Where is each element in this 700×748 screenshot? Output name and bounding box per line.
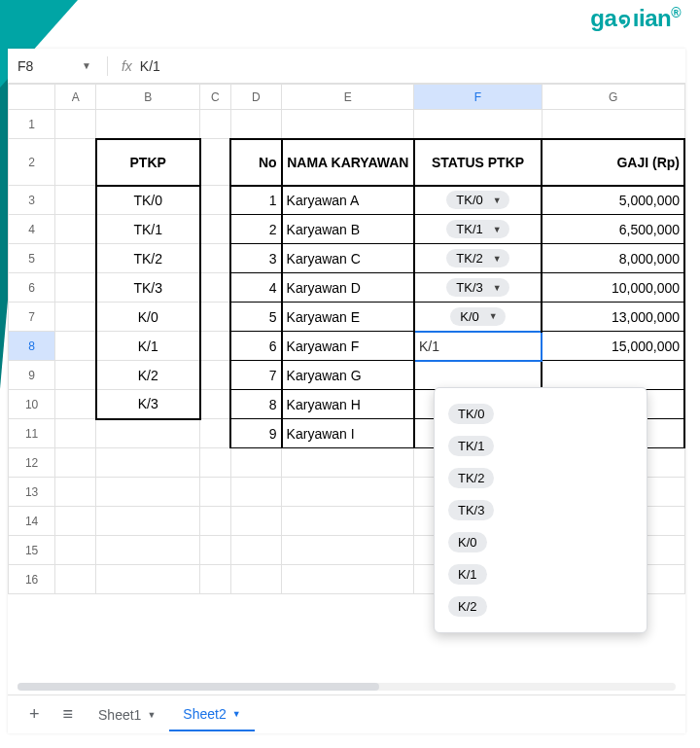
add-sheet-button[interactable]: + xyxy=(18,698,52,730)
cell-D12[interactable] xyxy=(230,448,281,478)
cell-D14[interactable] xyxy=(230,507,281,536)
cell-E1[interactable] xyxy=(282,110,414,139)
cell-E4[interactable]: Karyawan B xyxy=(282,215,414,244)
cell-B9[interactable]: K/2 xyxy=(96,361,200,390)
row-header-7[interactable]: 7 xyxy=(9,303,55,332)
cell-B12[interactable] xyxy=(96,448,200,478)
dropdown-option[interactable]: K/2 xyxy=(435,590,647,623)
cell-A11[interactable] xyxy=(55,419,96,448)
cell-G9[interactable] xyxy=(542,361,684,390)
cell-F5[interactable]: TK/2▼ xyxy=(414,244,542,273)
cell-B7[interactable]: K/0 xyxy=(96,303,200,332)
cell-E16[interactable] xyxy=(282,565,414,594)
column-header-corner[interactable] xyxy=(9,85,55,110)
cell-E12[interactable] xyxy=(282,448,414,478)
cell-A3[interactable] xyxy=(55,186,96,215)
cell-F9[interactable] xyxy=(414,361,542,390)
cell-C15[interactable] xyxy=(200,536,230,565)
row-header-10[interactable]: 10 xyxy=(9,390,55,419)
cell-D8[interactable]: 6 xyxy=(230,332,281,361)
cell-C2[interactable] xyxy=(200,139,230,186)
column-header-G[interactable]: G xyxy=(542,85,684,110)
sheet-tab-Sheet1[interactable]: Sheet1▼ xyxy=(85,698,169,731)
cell-B1[interactable] xyxy=(96,110,200,139)
cell-C11[interactable] xyxy=(200,419,230,448)
cell-A5[interactable] xyxy=(55,244,96,273)
cell-A4[interactable] xyxy=(55,215,96,244)
row-header-3[interactable]: 3 xyxy=(9,186,55,215)
cell-G2[interactable]: GAJI (Rp) xyxy=(542,139,684,186)
row-header-16[interactable]: 16 xyxy=(9,565,55,594)
cell-E10[interactable]: Karyawan H xyxy=(282,390,414,419)
dropdown-option[interactable]: TK/2 xyxy=(435,462,647,494)
cell-D10[interactable]: 8 xyxy=(230,390,281,419)
column-header-F[interactable]: F xyxy=(414,85,542,110)
name-box-dropdown-icon[interactable]: ▼ xyxy=(72,60,101,71)
cell-B14[interactable] xyxy=(96,507,200,536)
cell-E13[interactable] xyxy=(282,478,414,507)
name-box[interactable]: F8 xyxy=(14,58,72,74)
formula-input[interactable] xyxy=(140,58,680,74)
cell-E11[interactable]: Karyawan I xyxy=(282,419,414,448)
row-header-11[interactable]: 11 xyxy=(9,419,55,448)
cell-C16[interactable] xyxy=(200,565,230,594)
cell-A6[interactable] xyxy=(55,273,96,303)
cell-B8[interactable]: K/1 xyxy=(96,332,200,361)
cell-F8[interactable]: K/1 xyxy=(414,332,542,361)
cell-G1[interactable] xyxy=(542,110,684,139)
dropdown-option[interactable]: K/1 xyxy=(435,558,647,590)
cell-G7[interactable]: 13,000,000 xyxy=(542,303,684,332)
cell-A16[interactable] xyxy=(55,565,96,594)
row-header-8[interactable]: 8 xyxy=(9,332,55,361)
cell-C4[interactable] xyxy=(200,215,230,244)
status-chip[interactable]: K/0▼ xyxy=(450,307,505,326)
column-header-C[interactable]: C xyxy=(200,85,230,110)
row-header-9[interactable]: 9 xyxy=(9,361,55,390)
cell-A8[interactable] xyxy=(55,332,96,361)
cell-C1[interactable] xyxy=(200,110,230,139)
cell-B3[interactable]: TK/0 xyxy=(96,186,200,215)
cell-C12[interactable] xyxy=(200,448,230,478)
cell-D7[interactable]: 5 xyxy=(230,303,281,332)
cell-D3[interactable]: 1 xyxy=(230,186,281,215)
cell-B16[interactable] xyxy=(96,565,200,594)
cell-D5[interactable]: 3 xyxy=(230,244,281,273)
status-chip[interactable]: TK/1▼ xyxy=(446,220,508,238)
grid[interactable]: ABCDEFG12PTKPNoNAMA KARYAWANSTATUS PTKPG… xyxy=(8,84,685,594)
cell-C7[interactable] xyxy=(200,303,230,332)
cell-F2[interactable]: STATUS PTKP xyxy=(414,139,542,186)
cell-E8[interactable]: Karyawan F xyxy=(282,332,414,361)
row-header-5[interactable]: 5 xyxy=(9,244,55,273)
cell-F4[interactable]: TK/1▼ xyxy=(414,215,542,244)
horizontal-scrollbar-track[interactable] xyxy=(18,683,676,691)
cell-B15[interactable] xyxy=(96,536,200,565)
cell-B13[interactable] xyxy=(96,478,200,507)
cell-B6[interactable]: TK/3 xyxy=(96,273,200,303)
row-header-6[interactable]: 6 xyxy=(9,273,55,303)
cell-B10[interactable]: K/3 xyxy=(96,390,200,419)
cell-G5[interactable]: 8,000,000 xyxy=(542,244,684,273)
cell-C10[interactable] xyxy=(200,390,230,419)
cell-F3[interactable]: TK/0▼ xyxy=(414,186,542,215)
cell-A13[interactable] xyxy=(55,478,96,507)
cell-F6[interactable]: TK/3▼ xyxy=(414,273,542,303)
cell-B2[interactable]: PTKP xyxy=(96,139,200,186)
cell-D9[interactable]: 7 xyxy=(230,361,281,390)
column-header-A[interactable]: A xyxy=(55,85,96,110)
row-header-13[interactable]: 13 xyxy=(9,478,55,507)
cell-A12[interactable] xyxy=(55,448,96,478)
cell-G4[interactable]: 6,500,000 xyxy=(542,215,684,244)
validation-dropdown-panel[interactable]: TK/0TK/1TK/2TK/3K/0K/1K/2 xyxy=(434,387,648,633)
cell-A9[interactable] xyxy=(55,361,96,390)
status-chip[interactable]: TK/3▼ xyxy=(446,278,508,297)
cell-E7[interactable]: Karyawan E xyxy=(282,303,414,332)
cell-E6[interactable]: Karyawan D xyxy=(282,273,414,303)
cell-C8[interactable] xyxy=(200,332,230,361)
row-header-14[interactable]: 14 xyxy=(9,507,55,536)
cell-A1[interactable] xyxy=(55,110,96,139)
cell-D16[interactable] xyxy=(230,565,281,594)
dropdown-option[interactable]: TK/0 xyxy=(435,398,647,430)
cell-F1[interactable] xyxy=(414,110,542,139)
cell-E2[interactable]: NAMA KARYAWAN xyxy=(282,139,414,186)
cell-E5[interactable]: Karyawan C xyxy=(282,244,414,273)
